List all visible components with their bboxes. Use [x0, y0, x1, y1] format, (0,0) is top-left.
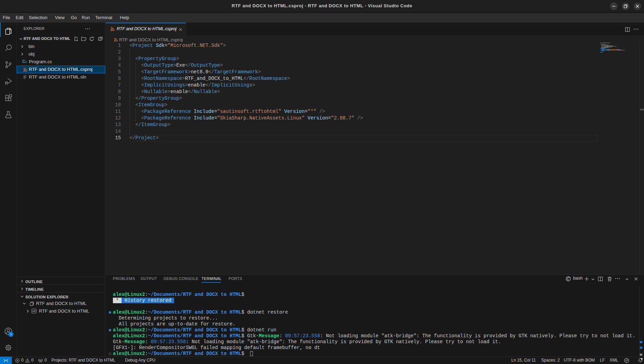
svg-text:c#: c#: [626, 359, 628, 362]
